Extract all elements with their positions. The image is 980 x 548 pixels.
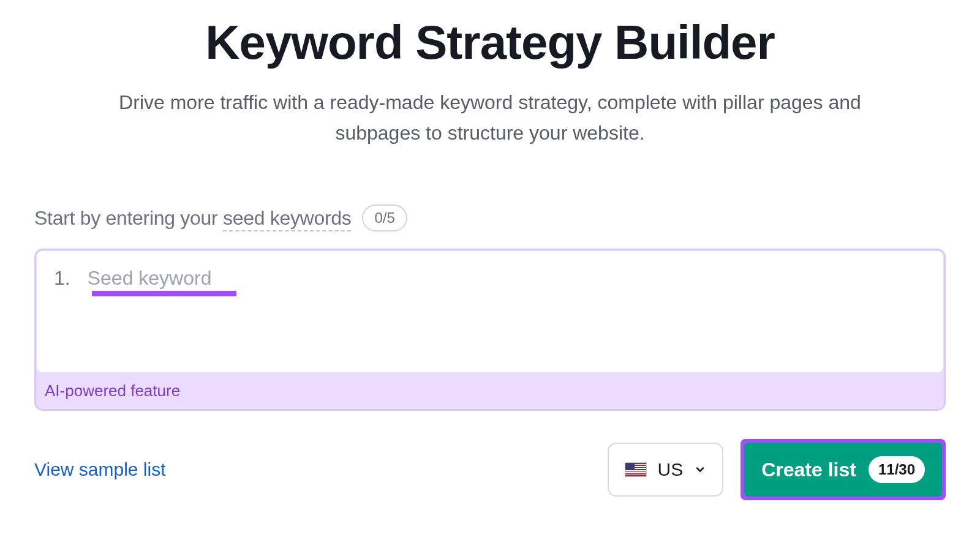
seed-input-index: 1.: [54, 267, 70, 290]
ai-feature-label: AI-powered feature: [36, 373, 944, 409]
seed-input-panel: 1. AI-powered feature: [34, 249, 946, 411]
seed-input-area[interactable]: 1.: [36, 250, 944, 373]
create-button-highlight: Create list 11/30: [741, 439, 946, 500]
create-list-label: Create list: [761, 459, 856, 481]
page-title: Keyword Strategy Builder: [34, 15, 946, 70]
seed-prompt-prefix: Start by entering your: [34, 207, 223, 229]
create-list-button[interactable]: Create list 11/30: [744, 443, 942, 497]
country-code-label: US: [658, 459, 684, 480]
seed-keywords-term[interactable]: seed keywords: [223, 207, 352, 231]
highlight-underline: [92, 291, 236, 296]
right-actions: US Create list 11/30: [608, 439, 946, 500]
view-sample-link[interactable]: View sample list: [34, 459, 166, 480]
page-root: Keyword Strategy Builder Drive more traf…: [0, 0, 980, 548]
page-subtitle: Drive more traffic with a ready-made key…: [116, 88, 864, 148]
seed-input-line: 1.: [54, 267, 926, 290]
chevron-down-icon: [694, 464, 706, 476]
seed-prompt-text: Start by entering your seed keywords: [34, 207, 351, 230]
seed-prompt-row: Start by entering your seed keywords 0/5: [34, 205, 946, 231]
actions-row: View sample list US Create list 11/30: [34, 439, 946, 500]
create-list-quota: 11/30: [869, 456, 925, 483]
seed-count-pill: 0/5: [362, 205, 407, 231]
country-select[interactable]: US: [608, 443, 724, 497]
seed-keyword-input[interactable]: [88, 267, 333, 290]
us-flag-icon: [625, 462, 647, 477]
